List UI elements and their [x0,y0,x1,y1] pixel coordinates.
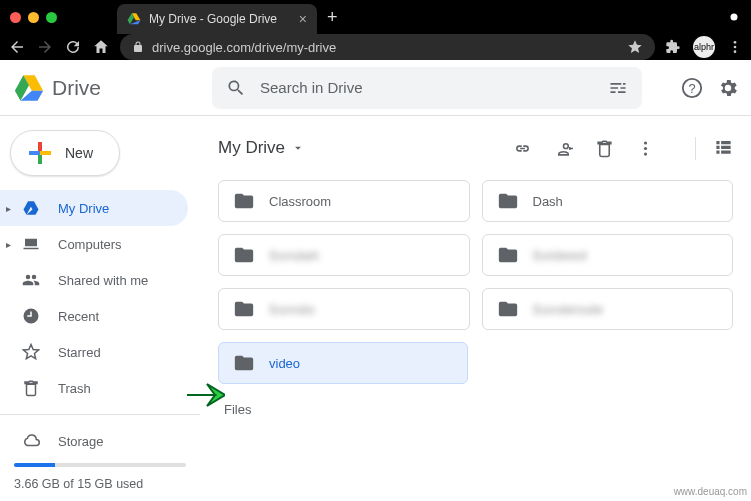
annotation-arrow-icon [185,378,225,412]
reload-button[interactable] [64,38,82,56]
window-close-icon[interactable] [10,12,21,23]
storage-text: 3.66 GB of 15 GB used [0,471,200,497]
search-input[interactable]: Search in Drive [212,67,642,109]
window-min-icon[interactable] [28,12,39,23]
folder-item[interactable]: Dash [482,180,734,222]
folder-item[interactable]: Sonido [218,288,470,330]
svg-point-2 [734,46,737,49]
sidebar-item-recent[interactable]: Recent [0,298,188,334]
tab-title: My Drive - Google Drive [149,12,277,26]
folder-label: Sonido [269,302,315,317]
search-options-icon[interactable] [608,78,628,98]
bookmark-star-icon[interactable] [627,39,643,55]
nav-label: Recent [58,309,99,324]
folder-item[interactable]: Soldeed [482,234,734,276]
expand-icon[interactable]: ▸ [6,203,11,214]
folder-icon [497,298,519,320]
browser-tab[interactable]: My Drive - Google Drive × [117,4,317,34]
expand-icon[interactable]: ▸ [6,239,11,250]
svg-point-6 [644,141,647,144]
sidebar-item-storage[interactable]: Storage [0,423,188,459]
nav-label: Trash [58,381,91,396]
nav-label: Storage [58,434,104,449]
browser-menu-icon[interactable] [727,39,743,55]
list-view-icon[interactable] [714,137,733,156]
folder-item-selected[interactable]: video [218,342,468,384]
forward-button[interactable] [36,38,54,56]
lock-icon [132,41,144,53]
breadcrumb-label: My Drive [218,138,285,158]
svg-point-1 [734,41,737,44]
more-actions-icon[interactable] [636,139,655,158]
back-button[interactable] [8,38,26,56]
svg-point-8 [644,152,647,155]
plus-icon [27,140,53,166]
search-placeholder: Search in Drive [260,79,363,96]
sidebar-item-mydrive[interactable]: ▸ My Drive [0,190,188,226]
watermark: www.deuaq.com [674,486,747,497]
folder-icon [497,190,519,212]
storage-bar [14,463,186,467]
support-icon[interactable]: ? [681,77,703,99]
chevron-down-icon[interactable] [727,10,741,24]
search-icon [226,78,246,98]
sidebar-item-starred[interactable]: Starred [0,334,188,370]
new-button[interactable]: New [10,130,120,176]
folder-icon [233,298,255,320]
folder-icon [233,352,255,374]
svg-point-3 [734,50,737,53]
nav-label: Computers [58,237,122,252]
home-button[interactable] [92,38,110,56]
folder-label: Sondah [269,248,320,263]
extensions-icon[interactable] [665,39,681,55]
folder-label: Classroom [269,194,331,209]
files-section-label: Files [224,402,733,417]
sidebar: New ▸ My Drive ▸ Computers Shared with m… [0,116,200,501]
folder-item[interactable]: Sondelode [482,288,734,330]
folder-label: Dash [533,194,563,209]
folder-label: video [269,356,300,371]
folder-icon [233,190,255,212]
window-max-icon[interactable] [46,12,57,23]
profile-avatar[interactable]: alphr [693,36,715,58]
drive-logo[interactable]: Drive [12,71,202,105]
get-link-icon[interactable] [513,139,532,158]
folder-label: Sondelode [533,302,604,317]
breadcrumb-dropdown-icon [291,141,305,155]
nav-label: My Drive [58,201,109,216]
url-text: drive.google.com/drive/my-drive [152,40,336,55]
sidebar-item-trash[interactable]: Trash [0,370,188,406]
folder-item[interactable]: Classroom [218,180,470,222]
folder-item[interactable]: Sondah [218,234,470,276]
url-bar[interactable]: drive.google.com/drive/my-drive [120,34,655,60]
nav-label: Shared with me [58,273,148,288]
delete-icon[interactable] [595,139,614,158]
breadcrumb[interactable]: My Drive [218,138,305,158]
main-content: My Drive [200,116,751,501]
folder-icon [233,244,255,266]
tab-close-icon[interactable]: × [299,11,307,27]
svg-point-0 [731,14,738,21]
new-tab-button[interactable]: + [327,7,338,28]
sidebar-item-computers[interactable]: ▸ Computers [0,226,188,262]
settings-gear-icon[interactable] [717,77,739,99]
sidebar-item-shared[interactable]: Shared with me [0,262,188,298]
share-icon[interactable] [554,139,573,158]
drive-logo-icon [12,71,46,105]
product-name: Drive [52,76,101,100]
folder-label: Soldeed [533,248,588,263]
svg-text:?: ? [688,80,695,95]
new-label: New [65,145,93,161]
folder-icon [497,244,519,266]
drive-favicon [127,12,141,26]
nav-label: Starred [58,345,101,360]
svg-point-7 [644,146,647,149]
